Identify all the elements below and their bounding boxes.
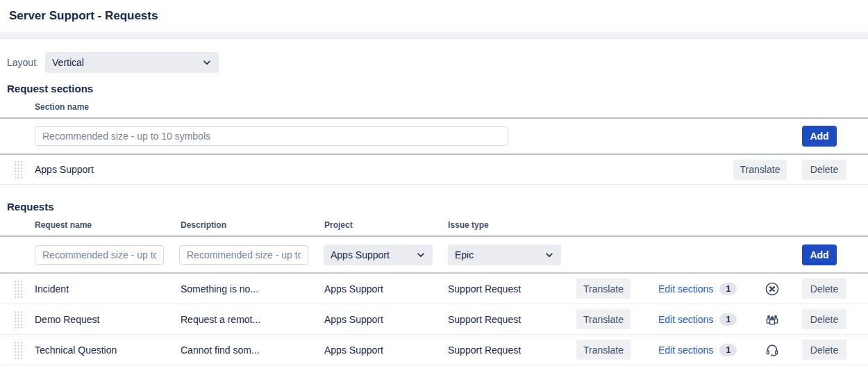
page-title: Server Support - Requests: [9, 9, 158, 23]
section-name: Apps Support: [35, 164, 733, 175]
add-section-button[interactable]: Add: [802, 126, 837, 147]
edit-sections-link[interactable]: Edit sections 1: [658, 313, 742, 326]
project-column-header: Project: [324, 220, 448, 230]
issue-type-select[interactable]: Epic: [448, 244, 561, 265]
request-name-column-header: Request name: [35, 220, 181, 230]
edit-sections-link[interactable]: Edit sections 1: [658, 283, 742, 295]
section-name-input[interactable]: [35, 126, 508, 146]
edit-sections-label: Edit sections: [658, 314, 713, 325]
request-row: Demo Request Request a remot... Apps Sup…: [0, 304, 868, 335]
project-select-value: Apps Support: [331, 249, 390, 260]
issue-type-select-value: Epic: [455, 249, 474, 260]
request-description: Request a remot...: [181, 314, 324, 325]
add-request-button[interactable]: Add: [802, 244, 837, 265]
delete-section-button[interactable]: Delete: [802, 160, 846, 180]
request-sections-heading: Request sections: [7, 83, 868, 94]
edit-sections-link[interactable]: Edit sections 1: [658, 344, 742, 356]
request-issue-type: Support Request: [448, 283, 576, 295]
layout-select[interactable]: Vertical: [45, 52, 219, 73]
layout-label: Layout: [7, 57, 36, 68]
delete-request-button[interactable]: Delete: [802, 309, 846, 329]
translate-request-button[interactable]: Translate: [576, 340, 631, 360]
layout-select-value: Vertical: [52, 57, 84, 68]
request-name: Incident: [35, 283, 181, 295]
drag-handle-icon[interactable]: [14, 341, 24, 359]
request-row: Technical Question Cannot find som... Ap…: [0, 335, 868, 365]
requests-column-headers: Request name Description Project Issue t…: [0, 220, 868, 230]
translate-request-button[interactable]: Translate: [576, 309, 631, 329]
error-circle-icon: [764, 281, 781, 297]
page-header: Server Support - Requests: [0, 0, 868, 32]
translate-request-button[interactable]: Translate: [576, 279, 631, 299]
headset-icon: [764, 342, 781, 358]
drag-handle-icon[interactable]: [14, 310, 24, 329]
request-issue-type: Support Request: [448, 345, 576, 356]
section-name-column-header: Section name: [35, 102, 868, 112]
request-issue-type: Support Request: [448, 314, 576, 325]
request-name-input[interactable]: [35, 245, 164, 265]
sections-count-badge: 1: [719, 283, 737, 295]
request-project: Apps Support: [324, 283, 448, 295]
section-add-row: Add: [0, 119, 868, 155]
request-row: Incident Something is no... Apps Support…: [0, 274, 868, 304]
edit-sections-label: Edit sections: [658, 283, 713, 295]
request-name: Technical Question: [35, 345, 181, 356]
section-row: Apps Support Translate Delete: [0, 155, 868, 185]
sections-count-badge: 1: [719, 313, 737, 326]
header-divider-strip: [0, 32, 868, 39]
requests-heading: Requests: [7, 201, 868, 213]
chevron-down-icon: [544, 250, 554, 260]
request-project: Apps Support: [324, 345, 448, 356]
people-group-icon: [764, 311, 781, 328]
request-name: Demo Request: [35, 314, 181, 325]
chevron-down-icon: [416, 250, 426, 260]
description-column-header: Description: [181, 220, 324, 230]
request-description: Cannot find som...: [181, 345, 324, 356]
delete-request-button[interactable]: Delete: [802, 279, 846, 299]
request-project: Apps Support: [324, 314, 448, 325]
drag-handle-icon[interactable]: [14, 280, 24, 298]
project-select[interactable]: Apps Support: [324, 244, 433, 265]
request-description-input[interactable]: [179, 245, 308, 265]
request-add-row: Apps Support Epic Add: [0, 237, 868, 274]
drag-handle-icon[interactable]: [14, 160, 24, 179]
sections-count-badge: 1: [719, 344, 737, 356]
edit-sections-label: Edit sections: [658, 345, 713, 356]
layout-control: Layout Vertical: [7, 52, 868, 73]
translate-section-button[interactable]: Translate: [733, 160, 787, 180]
delete-request-button[interactable]: Delete: [802, 340, 846, 360]
request-description: Something is no...: [181, 283, 324, 295]
issue-type-column-header: Issue type: [448, 220, 868, 230]
chevron-down-icon: [202, 58, 212, 67]
